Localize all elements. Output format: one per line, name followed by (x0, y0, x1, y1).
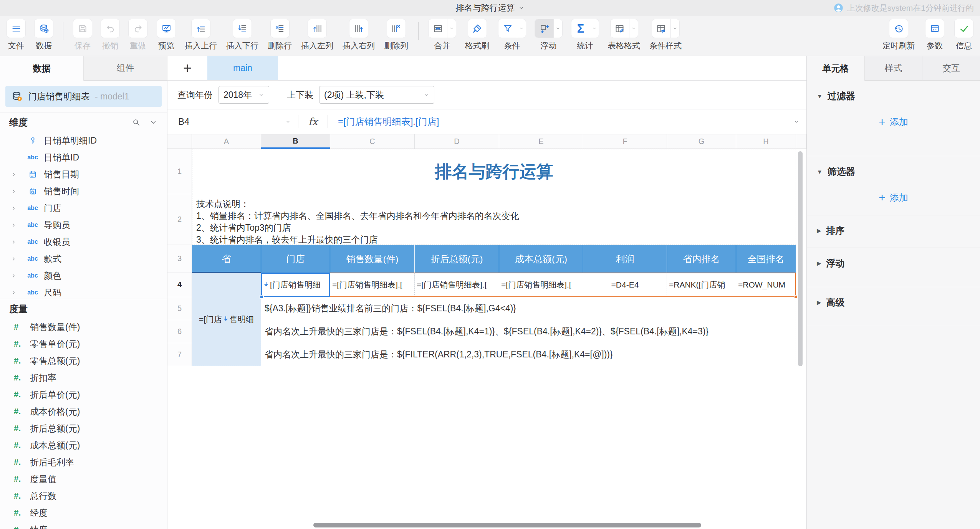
dimension-item[interactable]: abc收银员 (0, 233, 167, 250)
add-sheet-button[interactable]: + (167, 56, 207, 80)
column-header-E[interactable]: E (499, 134, 583, 149)
table-header-cell-A3[interactable]: 省 (192, 245, 261, 273)
dataset-item[interactable]: 门店销售明细表 - model1 (5, 86, 162, 107)
expand-chevron-icon[interactable] (11, 239, 25, 245)
document-title[interactable]: 排名与跨行运算 (456, 2, 525, 14)
timer-refresh-button[interactable]: 定时刷新 (882, 19, 915, 51)
params-button[interactable]: x=参数 (925, 19, 944, 51)
formula-cell-G4[interactable]: =RANK([门店销 (667, 273, 736, 297)
measure-item[interactable]: #.成本总额(元) (0, 437, 167, 454)
delete-row-button[interactable]: 删除行 (268, 19, 292, 51)
condition-button[interactable]: 条件 (498, 19, 526, 51)
expand-chevron-icon[interactable] (11, 172, 25, 177)
menu-button[interactable]: 文件 (7, 19, 25, 51)
sheet-tab-main[interactable]: main (207, 56, 278, 80)
measure-item[interactable]: #.总行数 (0, 488, 167, 504)
measure-item[interactable]: #.零售总额(元) (0, 352, 167, 369)
formula-cell-E4[interactable]: =[门店销售明细表].[ (499, 273, 583, 297)
sidebar-tab-components[interactable]: 组件 (84, 56, 167, 81)
check-button[interactable]: 信息 (955, 19, 973, 51)
panel-section-header[interactable]: ▼过滤器 (817, 81, 970, 102)
measure-item[interactable]: #.折后毛利率 (0, 454, 167, 471)
panel-section-header[interactable]: ▶浮动 (817, 248, 970, 269)
column-header-A[interactable]: A (192, 134, 261, 149)
query-year-select[interactable]: 2018年 (219, 86, 269, 104)
formula-cell-H4[interactable]: =ROW_NUM (736, 273, 796, 297)
expand-chevron-icon[interactable] (11, 205, 25, 211)
panel-tab-1[interactable]: 样式 (864, 56, 922, 81)
table-header-cell-G3[interactable]: 省内排名 (667, 245, 736, 273)
measure-item[interactable]: #.纬度 (0, 521, 167, 529)
dimension-item[interactable]: abc款式 (0, 250, 167, 267)
dimension-item[interactable]: 销售日期 (0, 166, 167, 183)
formula-row-5[interactable]: ${A3.[标题]}销售业绩排名前三的门店：${FSEL(B4.[标题],G4<… (261, 297, 796, 320)
insert-row-below-button[interactable]: 插入下行 (226, 19, 258, 51)
expand-chevron-icon[interactable] (11, 273, 25, 279)
dimension-item[interactable]: 日销单明细ID (0, 132, 167, 149)
expand-chevron-icon[interactable] (11, 222, 25, 228)
insert-row-above-button[interactable]: 插入上行 (185, 19, 217, 51)
sigma-dropdown[interactable] (590, 19, 599, 38)
formula-row-7[interactable]: 省内名次上升最快的三家门店是：${FILTER(ARR(1,2,3),TRUE,… (261, 343, 796, 366)
measure-item[interactable]: #销售数量(件) (0, 319, 167, 336)
measure-item[interactable]: #.折后单价(元) (0, 386, 167, 403)
row-header-2[interactable]: 2 (167, 194, 192, 245)
notes-cell[interactable]: 技术点说明：1、销量排名：计算省内排名、全国排名、去年省内排名和今年省内排名的名… (192, 194, 796, 245)
delete-col-button[interactable]: 删除列 (384, 19, 408, 51)
row-header-7[interactable]: 7 (167, 343, 192, 366)
search-icon[interactable] (132, 118, 141, 127)
horizontal-scrollbar[interactable] (313, 523, 701, 527)
row-header-3[interactable]: 3 (167, 245, 192, 273)
measure-item[interactable]: #.零售单价(元) (0, 336, 167, 352)
dimension-item[interactable]: abc尺码 (0, 284, 167, 296)
column-header-G[interactable]: G (667, 134, 736, 149)
merge-button[interactable]: 合并 (429, 19, 456, 51)
row-header-4[interactable]: 4 (167, 273, 192, 297)
merge-dropdown[interactable] (447, 19, 456, 38)
table-format-button[interactable]: 表格格式 (608, 19, 640, 51)
panel-tab-0[interactable]: 单元格 (807, 56, 864, 81)
add-button[interactable]: +添加 (817, 192, 970, 204)
database-button[interactable]: 数据 (35, 19, 53, 51)
row-header-6[interactable]: 6 (167, 320, 192, 343)
measure-item[interactable]: #.成本价格(元) (0, 403, 167, 420)
table-format-dropdown[interactable] (629, 19, 638, 38)
panel-section-header[interactable]: ▶高级 (817, 287, 970, 309)
collapse-chevron-icon[interactable] (149, 118, 158, 127)
dimension-item[interactable]: abc日销单ID (0, 149, 167, 166)
column-header-B[interactable]: B (261, 134, 330, 149)
column-header-C[interactable]: C (330, 134, 415, 149)
condition-style-button[interactable]: 条件样式 (649, 19, 682, 51)
measure-item[interactable]: #.经度 (0, 504, 167, 521)
sigma-button[interactable]: Σ统计 (571, 19, 599, 51)
table-header-cell-C3[interactable]: 销售数量(件) (330, 245, 415, 273)
column-header-D[interactable]: D (415, 134, 499, 149)
measure-item[interactable]: #.折后总额(元) (0, 420, 167, 437)
formula-cell-D4[interactable]: =[门店销售明细表].[ (415, 273, 499, 297)
dimension-item[interactable]: 销售时间 (0, 183, 167, 200)
column-header-F[interactable]: F (583, 134, 667, 149)
selected-cell-b4[interactable]: [门店销售明细 (261, 273, 330, 297)
formula-input[interactable]: =[门店销售明细表].[门店] (338, 116, 806, 128)
column-header-H[interactable]: H (736, 134, 796, 149)
vertical-scrollbar[interactable] (798, 151, 803, 366)
preview-button[interactable]: 预览 (157, 19, 175, 51)
expand-chevron-icon[interactable] (11, 188, 25, 194)
panel-section-header[interactable]: ▶排序 (817, 215, 970, 237)
dimension-item[interactable]: abc门店 (0, 200, 167, 217)
formula-expand-chevron-icon[interactable] (793, 119, 800, 125)
insert-col-left-button[interactable]: 插入左列 (301, 19, 333, 51)
fx-icon[interactable]: fx (298, 116, 328, 127)
table-header-cell-H3[interactable]: 全国排名 (736, 245, 796, 273)
formula-cell-C4[interactable]: =[门店销售明细表].[ (330, 273, 415, 297)
float-dropdown[interactable] (553, 19, 562, 38)
formula-row-6[interactable]: 省内名次上升最快的三家门店是：${FSEL(B4.[标题],K4=1)}、${F… (261, 320, 796, 343)
measure-item[interactable]: #.折扣率 (0, 369, 167, 386)
dimension-item[interactable]: abc颜色 (0, 267, 167, 284)
measure-item[interactable]: #.度量值 (0, 471, 167, 488)
add-button[interactable]: +添加 (817, 116, 970, 128)
panel-section-header[interactable]: ▼筛选器 (817, 156, 970, 178)
condition-dropdown[interactable] (517, 19, 526, 38)
expand-chevron-icon[interactable] (11, 256, 25, 262)
query-clothing-select[interactable]: (2项) 上装,下装 (319, 86, 434, 104)
